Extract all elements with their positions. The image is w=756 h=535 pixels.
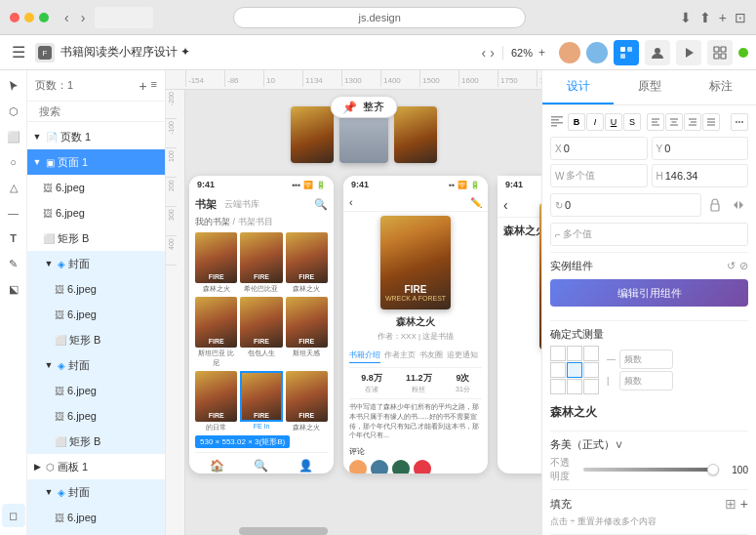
window-icon[interactable]: ⊡ [735, 10, 746, 25]
anchor-mc[interactable] [567, 362, 582, 378]
search-input[interactable] [39, 105, 165, 117]
menu-icon[interactable]: ☰ [8, 39, 29, 65]
align-justify-icon[interactable] [702, 113, 720, 131]
user-icon[interactable] [645, 40, 670, 65]
corner-value[interactable]: 多个值 [563, 227, 592, 241]
fill-add-icon[interactable]: + [740, 496, 748, 512]
tab-prototype[interactable]: 原型 [614, 70, 685, 104]
layer-jpeg8[interactable]: 🖼 6.jpeg [27, 530, 165, 535]
anchor-tr[interactable] [583, 346, 599, 361]
search-icon[interactable]: 🔍 [314, 198, 328, 211]
tab-chapters[interactable]: 追更通知 [447, 350, 478, 363]
scrollbar-thumb[interactable] [239, 527, 328, 535]
back-icon-3[interactable]: ‹ [503, 197, 508, 213]
play-icon[interactable] [676, 40, 701, 65]
edit-icon[interactable]: ✏️ [470, 197, 482, 208]
home-icon[interactable]: 🏠 [210, 459, 224, 473]
share-icon[interactable]: ⬆ [699, 10, 711, 25]
layer-jpeg1[interactable]: 🖼 6.jpeg [27, 175, 165, 200]
tool-rect[interactable]: ⬜ [2, 125, 25, 148]
maximize-button[interactable] [39, 13, 49, 22]
tab-comments[interactable]: 作者主页 [384, 350, 416, 363]
tool-ellipse[interactable]: ○ [2, 150, 25, 174]
strikethrough-icon[interactable]: S [623, 113, 641, 131]
tool-cursor[interactable] [2, 74, 25, 98]
tool-frame[interactable]: ⬡ [2, 100, 25, 123]
tool-image[interactable]: ⬕ [2, 277, 25, 301]
layer-jpeg5[interactable]: 🖼 6.jpeg [27, 378, 165, 403]
close-button[interactable] [10, 13, 20, 22]
profile-icon[interactable]: 👤 [298, 459, 313, 473]
tab-design[interactable]: 设计 [542, 70, 614, 104]
address-bar[interactable]: js.design [233, 7, 526, 28]
add-layer-icon[interactable]: + [139, 78, 146, 94]
underline-icon[interactable]: U [605, 113, 622, 131]
layer-cover2[interactable]: ▼ ◈ 封面 [27, 352, 165, 378]
forward-button[interactable]: › [77, 8, 90, 27]
fill-grid-icon[interactable]: ⊞ [725, 496, 736, 512]
x-value[interactable]: 0 [564, 143, 570, 154]
anchor-mr[interactable] [583, 362, 599, 378]
tool-component[interactable]: ◻ [2, 504, 25, 527]
bold-icon[interactable]: B [568, 113, 585, 131]
tool-line[interactable]: — [2, 201, 25, 225]
back-icon[interactable]: ‹ [349, 196, 353, 208]
back-button[interactable]: ‹ [60, 8, 73, 27]
discover-icon[interactable]: 🔍 [254, 459, 268, 473]
download-icon[interactable]: ⬇ [680, 10, 692, 25]
tool-text[interactable]: T [2, 226, 25, 250]
canvas-area[interactable]: -154 -86 10 1134 1300 1400 1500 1600 175… [166, 70, 541, 535]
anchor-ml[interactable] [550, 362, 566, 378]
component-btn[interactable]: 编辑引用组件 [550, 279, 748, 307]
layer-cover1[interactable]: ▼ ◈ 封面 [27, 251, 165, 276]
rotation-value[interactable]: 0 [565, 199, 571, 211]
layer-rect3[interactable]: ⬜ 矩形 B [27, 429, 165, 454]
align-right-icon[interactable] [684, 113, 701, 131]
tab-related[interactable]: 书友圈 [419, 350, 443, 363]
tool-polygon[interactable]: △ [2, 176, 25, 199]
instance-reset-icon[interactable]: ↺ [727, 260, 736, 272]
sidebar-toggle-icon[interactable] [95, 7, 153, 28]
flip-icon[interactable] [729, 195, 748, 215]
layer-jpeg3[interactable]: 🖼 6.jpeg [27, 276, 165, 302]
design-mode-icon[interactable] [614, 40, 639, 65]
horizontal-scrollbar[interactable] [185, 527, 541, 535]
minimize-button[interactable] [24, 13, 34, 22]
align-x-input[interactable]: 频数 [619, 350, 673, 369]
layer-jpeg2[interactable]: 🖼 6.jpeg [27, 200, 165, 226]
layer-jpeg7[interactable]: 🖼 6.jpeg [27, 505, 165, 530]
layer-page1[interactable]: ▼ 📄 页数 1 [27, 124, 165, 149]
anchor-bc[interactable] [567, 379, 582, 394]
tab-markup[interactable]: 标注 [685, 70, 756, 104]
add-tab-icon[interactable]: + [719, 10, 727, 25]
anchor-tc[interactable] [567, 346, 582, 361]
lock-icon[interactable] [705, 195, 725, 215]
canvas-content[interactable]: 📌 整齐 9:41 ▪▪▪ 🛜 🔋 [185, 90, 541, 527]
align-center-icon[interactable] [665, 113, 683, 131]
layer-jpeg6[interactable]: 🖼 6.jpeg [27, 403, 165, 429]
anchor-bl[interactable] [550, 379, 566, 394]
layer-cover3[interactable]: ▼ ◈ 封面 [27, 479, 165, 505]
tool-pen[interactable]: ✎ [2, 252, 25, 275]
align-left-icon[interactable] [647, 113, 664, 131]
more-options-icon[interactable] [731, 113, 748, 131]
layers-icon[interactable]: ≡ [151, 78, 157, 94]
h-value[interactable]: 146.34 [665, 170, 698, 182]
grid-icon[interactable] [707, 40, 733, 65]
layer-frame1[interactable]: ▼ ▣ 页面 1 [27, 149, 165, 175]
layer-rect2[interactable]: ⬜ 矩形 B [27, 327, 165, 352]
opacity-slider[interactable] [583, 468, 719, 472]
opacity-thumb[interactable] [707, 464, 719, 475]
anchor-tl[interactable] [550, 346, 566, 361]
layer-board1[interactable]: ▶ ⬡ 画板 1 [27, 454, 165, 479]
w-value[interactable]: 多个值 [566, 169, 595, 183]
redo-button[interactable]: › [490, 45, 495, 61]
italic-icon[interactable]: I [586, 113, 604, 131]
undo-button[interactable]: ‹ [482, 45, 487, 61]
anchor-br[interactable] [583, 379, 599, 394]
instance-link-icon[interactable]: ⊘ [739, 260, 748, 272]
zoom-plus[interactable]: + [538, 46, 545, 60]
y-value[interactable]: 0 [664, 143, 670, 154]
layer-rect1[interactable]: ⬜ 矩形 B [27, 226, 165, 251]
align-y-input[interactable]: 频数 [619, 371, 673, 391]
